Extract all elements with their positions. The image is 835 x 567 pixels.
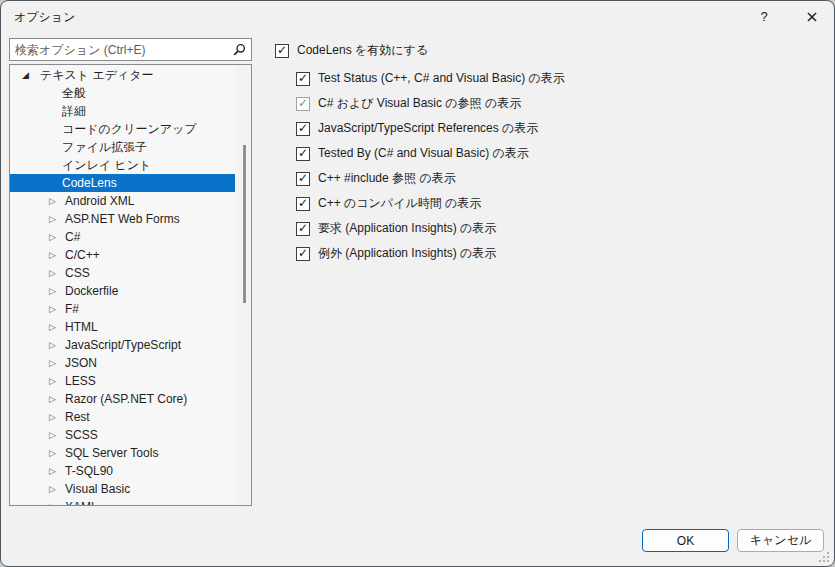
tree-item[interactable]: ▷ LESS [10,372,235,390]
checkbox-row: ✓ C# および Visual Basic の参照 の表示 [296,96,565,111]
titlebar[interactable]: オプション ? × [1,1,834,31]
tree-item-label: C# [65,230,80,244]
tree-scrollbar[interactable] [236,65,251,505]
tree-item[interactable]: ◢ テキスト エディター [10,66,235,84]
expander-collapsed-icon[interactable]: ▷ [49,215,65,224]
checkbox-label[interactable]: Test Status (C++, C# and Visual Basic) の… [318,70,565,87]
tree-item[interactable]: ▷ Android XML [10,192,235,210]
expander-collapsed-icon[interactable]: ▷ [49,251,65,260]
tree-item[interactable]: ▷ C/C++ [10,246,235,264]
tree-item[interactable]: ファイル拡張子 [10,138,235,156]
expander-collapsed-icon[interactable]: ▷ [49,467,65,476]
expander-collapsed-icon[interactable]: ▷ [49,197,65,206]
tree-item-label: ファイル拡張子 [62,139,147,156]
tree-item[interactable]: ▷ F# [10,300,235,318]
tree-item[interactable]: 詳細 [10,102,235,120]
tree-item-label: CSS [65,266,90,280]
checkbox[interactable]: ✓ [296,222,310,236]
tree-item-label: Visual Basic [65,482,130,496]
cancel-button[interactable]: キャンセル [737,529,824,552]
tree-item[interactable]: 全般 [10,84,235,102]
close-button[interactable]: × [792,1,832,31]
tree-item[interactable]: ▷ HTML [10,318,235,336]
tree-item-label: C/C++ [65,248,100,262]
checkbox-label[interactable]: 例外 (Application Insights) の表示 [318,245,496,262]
tree-item-label: Android XML [65,194,134,208]
tree-item[interactable]: ▷ Rest [10,408,235,426]
checkmark-icon: ✓ [298,147,308,159]
search-input[interactable] [10,43,227,57]
checkbox-label[interactable]: C++ #include 参照 の表示 [318,170,456,187]
checkmark-icon: ✓ [298,172,308,184]
ok-button-label: OK [677,534,694,548]
tree-item-label: インレイ ヒント [62,157,151,174]
expander-collapsed-icon[interactable]: ▷ [49,233,65,242]
tree-item[interactable]: ▷ Visual Basic [10,480,235,498]
tree-item-label: HTML [65,320,98,334]
expander-collapsed-icon[interactable]: ▷ [49,341,65,350]
checkbox-label[interactable]: C# および Visual Basic の参照 の表示 [318,95,521,112]
checkmark-icon: ✓ [298,222,308,234]
tree-item[interactable]: ▷ Razor (ASP.NET Core) [10,390,235,408]
expander-collapsed-icon[interactable]: ▷ [49,269,65,278]
tree-item[interactable]: コードのクリーンアップ [10,120,235,138]
resize-grip-icon[interactable] [817,550,830,563]
checkbox[interactable]: ✓ [296,247,310,261]
checkbox-row: ✓ CodeLens を有効にする [275,43,565,58]
expander-collapsed-icon[interactable]: ▷ [49,377,65,386]
expander-collapsed-icon[interactable]: ▷ [49,413,65,422]
checkbox-row: ✓ C++ のコンパイル時間 の表示 [296,196,565,211]
expander-collapsed-icon[interactable]: ▷ [49,395,65,404]
tree-scrollbar-thumb[interactable] [243,145,246,303]
codelens-settings-panel: ✓ CodeLens を有効にする ✓ Test Status (C++, C#… [275,43,565,271]
tree-item[interactable]: ▷ Dockerfile [10,282,235,300]
expander-collapsed-icon[interactable]: ▷ [49,305,65,314]
expander-collapsed-icon[interactable]: ▷ [49,503,65,507]
tree-item-label: F# [65,302,79,316]
help-icon: ? [760,9,767,24]
expander-collapsed-icon[interactable]: ▷ [49,485,65,494]
tree-item[interactable]: ▷ ASP.NET Web Forms [10,210,235,228]
expander-collapsed-icon[interactable]: ▷ [49,449,65,458]
dialog-title: オプション [14,9,75,26]
checkbox[interactable]: ✓ [296,72,310,86]
tree-item[interactable]: ▷ XAML [10,498,235,506]
checkbox[interactable]: ✓ [296,172,310,186]
checkbox-label[interactable]: CodeLens を有効にする [297,42,428,59]
expander-collapsed-icon[interactable]: ▷ [49,431,65,440]
checkbox-label[interactable]: 要求 (Application Insights) の表示 [318,220,496,237]
checkbox[interactable]: ✓ [296,122,310,136]
options-tree-list: ◢ テキスト エディター 全般 詳細 コードのクリーンアップ ファイル拡張子 イ… [10,66,235,506]
search-icon[interactable] [227,39,251,60]
checkbox[interactable]: ✓ [296,147,310,161]
help-button[interactable]: ? [744,1,784,31]
checkbox-label[interactable]: JavaScript/TypeScript References の表示 [318,120,538,137]
tree-item[interactable]: CodeLens [10,174,235,192]
tree-item[interactable]: ▷ JSON [10,354,235,372]
checkbox-label[interactable]: C++ のコンパイル時間 の表示 [318,195,481,212]
tree-item-label: SCSS [65,428,98,442]
tree-item[interactable]: ▷ C# [10,228,235,246]
tree-item[interactable]: ▷ SCSS [10,426,235,444]
checkbox[interactable]: ✓ [275,44,289,58]
tree-item[interactable]: ▷ T-SQL90 [10,462,235,480]
tree-item[interactable]: ▷ CSS [10,264,235,282]
checkbox-label[interactable]: Tested By (C# and Visual Basic) の表示 [318,145,529,162]
tree-item[interactable]: ▷ JavaScript/TypeScript [10,336,235,354]
tree-item-label: 詳細 [62,103,86,120]
checkbox-row: ✓ 例外 (Application Insights) の表示 [296,246,565,261]
tree-item-label: JavaScript/TypeScript [65,338,181,352]
expander-collapsed-icon[interactable]: ▷ [49,359,65,368]
ok-button[interactable]: OK [642,529,729,552]
tree-item[interactable]: インレイ ヒント [10,156,235,174]
checkbox[interactable]: ✓ [296,97,310,111]
checkbox[interactable]: ✓ [296,197,310,211]
expander-collapsed-icon[interactable]: ▷ [49,323,65,332]
checkmark-icon: ✓ [298,97,308,109]
expander-collapsed-icon[interactable]: ▷ [49,287,65,296]
expander-expanded-icon[interactable]: ◢ [21,71,40,80]
tree-item[interactable]: ▷ SQL Server Tools [10,444,235,462]
checkmark-icon: ✓ [277,44,287,56]
search-box [9,38,252,61]
checkbox-row: ✓ Test Status (C++, C# and Visual Basic)… [296,71,565,86]
